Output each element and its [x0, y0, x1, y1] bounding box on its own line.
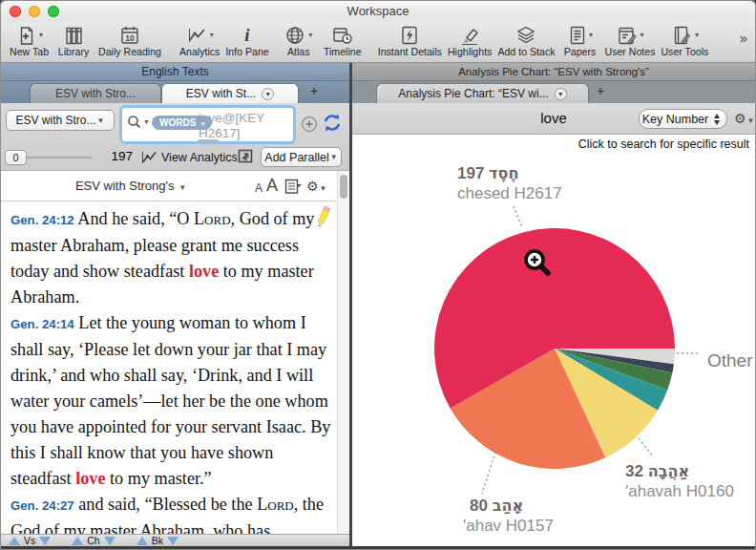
- tab-menu-icon[interactable]: ▼: [262, 88, 274, 100]
- verse-text: and said, “Blessed be the: [74, 495, 257, 514]
- chevron-down-icon: ▼: [330, 153, 338, 161]
- verse-reference: Gen. 24:12: [10, 213, 74, 227]
- verse-paragraph: Gen. 24:27 and said, “Blessed be the Lor…: [10, 492, 334, 536]
- toolbar-papers[interactable]: ▾ Papers: [560, 24, 598, 58]
- toolbar-info-pane[interactable]: i Info Pane: [225, 24, 268, 58]
- text-scrollbar[interactable]: [337, 171, 349, 537]
- edit-pencil-icon[interactable]: [313, 204, 332, 235]
- toolbar-user-notes[interactable]: ▾ User Notes: [604, 24, 655, 58]
- chevron-down-icon: ▼: [143, 118, 150, 125]
- pie-chart-toolbar: love Key Number ⚙▼: [352, 103, 755, 135]
- user-tools-icon: ▾: [671, 24, 699, 46]
- increase-font-button[interactable]: A: [266, 176, 278, 196]
- toolbar-user-tools[interactable]: ▾ User Tools: [661, 24, 708, 58]
- verse-nav-label: Vs: [24, 535, 35, 546]
- gear-icon[interactable]: ⚙▼: [306, 178, 326, 195]
- toolbar-highlights[interactable]: Highlights: [448, 24, 493, 58]
- research-sync-icon[interactable]: [321, 112, 344, 138]
- next-chapter-button[interactable]: [104, 537, 116, 545]
- verse-text: to my master.”: [106, 469, 212, 488]
- toolbar-library[interactable]: Library: [54, 24, 93, 58]
- search-controls: ESV with Stro... ▼ ▼ WORDS ▼ love@[KEY H…: [1, 103, 349, 171]
- chevron-down-icon: ▾: [210, 31, 214, 39]
- analysis-pie-chart-pane: Analysis Pie Chart: “ESV with Strong's” …: [352, 63, 755, 549]
- popup-arrows-icon: [714, 114, 720, 125]
- module-select-button[interactable]: ESV with Stro... ▼: [6, 110, 115, 131]
- search-input[interactable]: ▼ WORDS ▼ love@[KEY H2617]: [119, 105, 296, 144]
- atlas-icon: ▾: [284, 24, 312, 46]
- english-texts-pane: English Texts ESV with Stro... ESV with …: [1, 63, 349, 549]
- titlebar: Workspace: [1, 1, 755, 22]
- toolbar-new-tab[interactable]: ▾ New Tab: [10, 24, 49, 58]
- pie-chart-canvas: Click to search for specific result 197 …: [352, 135, 755, 546]
- scrollbar-thumb[interactable]: [340, 175, 347, 199]
- hit-count: 197: [85, 149, 133, 163]
- add-tab-button[interactable]: +: [597, 83, 604, 98]
- detach-pane-icon[interactable]: [238, 149, 254, 168]
- window-bottom-edge: [1, 546, 755, 549]
- window-title: Workspace: [1, 4, 755, 18]
- chevron-down-icon: ▼: [320, 184, 327, 193]
- pane-title-english-texts[interactable]: English Texts: [1, 63, 349, 81]
- grouping-popup-button[interactable]: Key Number: [639, 109, 727, 129]
- toolbar-atlas[interactable]: ▾ Atlas: [280, 24, 318, 58]
- view-analytics-button[interactable]: View Analytics ▼: [161, 151, 249, 164]
- context-slider-handle[interactable]: 0: [5, 150, 27, 165]
- toolbar-timeline[interactable]: Timeline: [324, 24, 362, 58]
- callout-chesed[interactable]: 197 חֶסֶד chesed H2617: [457, 163, 562, 203]
- tab-esv-inactive[interactable]: ESV with Stro...: [30, 83, 161, 103]
- search-field-resize-nub[interactable]: [198, 139, 219, 142]
- verse-text: Let the young woman to whom I shall say,…: [10, 313, 330, 488]
- context-slider-track[interactable]: [27, 157, 92, 159]
- verse-nav-bar: Vs Ch Bk: [1, 534, 349, 546]
- divine-name: Lord: [194, 209, 231, 228]
- toolbar-instant-details[interactable]: Instant Details: [378, 24, 442, 58]
- scripture-text: Gen. 24:12 And he said, “O Lord, God of …: [1, 201, 337, 536]
- chevron-down-icon: ▾: [695, 31, 699, 39]
- prev-book-button[interactable]: [136, 537, 148, 545]
- tab-esv-active[interactable]: ESV with St... ▼: [161, 83, 299, 103]
- prev-chapter-button[interactable]: [72, 537, 83, 545]
- gear-icon[interactable]: ⚙▼: [734, 110, 754, 127]
- toolbar-analytics[interactable]: ▾ Analytics: [179, 24, 220, 58]
- tab-menu-icon[interactable]: ▼: [555, 88, 567, 100]
- search-icon[interactable]: [127, 115, 142, 134]
- callout-ahav[interactable]: 80 אָהַב 'ahav H0157: [463, 496, 554, 536]
- search-hit-word: love: [189, 262, 219, 281]
- toolbar-overflow-button[interactable]: »: [740, 30, 751, 57]
- add-parallel-button[interactable]: Add Parallel ▼: [261, 147, 342, 167]
- highlighter-icon: [458, 24, 481, 46]
- prev-verse-button[interactable]: [9, 537, 20, 545]
- callout-ahavah[interactable]: 32 אַהֲבָה 'ahavah H0160: [625, 461, 734, 501]
- chevron-down-icon: ▾: [640, 31, 643, 39]
- new-tab-icon: ▾: [15, 24, 43, 46]
- papers-icon: ▾: [567, 24, 593, 46]
- search-hit-word: love: [75, 469, 105, 488]
- display-settings-icon[interactable]: [284, 179, 305, 199]
- library-icon: [63, 24, 84, 46]
- verse-paragraph: Gen. 24:12 And he said, “O Lord, God of …: [10, 206, 334, 310]
- decrease-font-button[interactable]: A: [255, 181, 262, 195]
- instant-details-icon: [398, 24, 421, 46]
- timeline-icon: [331, 24, 354, 46]
- toolbar-daily-reading[interactable]: 10 Daily Reading: [98, 24, 161, 58]
- book-nav-label: Bk: [152, 535, 163, 546]
- chevron-down-icon: ▼: [97, 116, 105, 125]
- pane-divider[interactable]: [349, 63, 352, 549]
- main-toolbar: ▾ New Tab Library 10 Daily Reading ▾ Ana…: [1, 22, 755, 63]
- next-book-button[interactable]: [167, 537, 178, 545]
- next-verse-button[interactable]: [39, 537, 51, 545]
- add-tab-button[interactable]: +: [310, 83, 318, 98]
- stack-icon: [514, 24, 537, 46]
- text-pane-header: ESV with Strong's ▼ A A ⚙▼: [1, 171, 337, 201]
- text-module-title[interactable]: ESV with Strong's ▼: [1, 179, 261, 193]
- divine-name: Lord: [257, 495, 294, 514]
- toolbar-add-to-stack[interactable]: Add to Stack: [497, 24, 555, 58]
- callout-other[interactable]: Other: [707, 350, 753, 370]
- add-search-criteria-button[interactable]: [301, 116, 318, 137]
- pane-title-pie-chart[interactable]: Analysis Pie Chart: “ESV with Strong's”: [352, 63, 755, 81]
- search-query-text[interactable]: love@[KEY H2617]: [199, 111, 290, 141]
- view-analytics-icon: [140, 149, 159, 170]
- chevron-down-icon: ▾: [39, 31, 43, 39]
- tab-pie-chart[interactable]: Analysis Pie Chart: “ESV wi... ▼: [376, 83, 589, 103]
